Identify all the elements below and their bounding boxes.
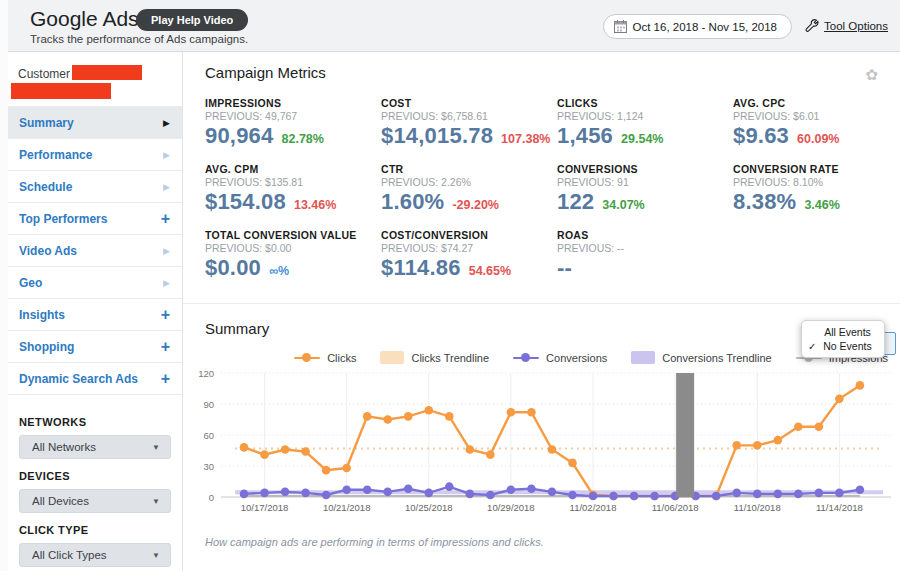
sidebar-item-label: Schedule bbox=[19, 180, 163, 194]
sidebar-item-schedule[interactable]: Schedule▶ bbox=[8, 171, 182, 203]
legend-line-swatch bbox=[513, 353, 539, 362]
metric-previous: PREVIOUS: $6,758.61 bbox=[381, 110, 557, 122]
app-header: Google Ads Tracks the performance of Ads… bbox=[8, 0, 900, 52]
legend-label: Conversions bbox=[546, 352, 607, 364]
networks-label: NETWORKS bbox=[19, 416, 182, 428]
networks-select[interactable]: All Networks ▼ bbox=[19, 435, 171, 459]
sidebar-item-label: Dynamic Search Ads bbox=[19, 372, 161, 386]
conversions-point bbox=[527, 484, 536, 493]
x-axis-tick-label: 10/29/2018 bbox=[487, 502, 535, 513]
legend-line-swatch bbox=[294, 353, 320, 362]
chevron-down-icon: ▼ bbox=[152, 443, 160, 452]
calendar-icon bbox=[614, 20, 627, 33]
sidebar-item-summary[interactable]: Summary▶ bbox=[8, 107, 182, 139]
conversions-point bbox=[773, 490, 782, 499]
conversions-point bbox=[301, 489, 310, 498]
metric-value: 8.38% bbox=[733, 189, 796, 215]
y-axis-tick-label: 60 bbox=[203, 430, 214, 441]
events-menu-item-no-events[interactable]: ✓No Events bbox=[802, 339, 884, 353]
summary-chart: 10/17/201810/21/201810/25/201810/29/2018… bbox=[183, 366, 900, 522]
metric-value: 1,456 bbox=[557, 123, 613, 149]
conversions-point bbox=[815, 489, 824, 498]
sidebar-item-dynamic-search-ads[interactable]: Dynamic Search Ads+ bbox=[8, 363, 182, 395]
events-menu-item-label: All Events bbox=[821, 326, 874, 338]
events-menu-item-all-events[interactable]: All Events bbox=[802, 325, 884, 339]
metric-value: 90,964 bbox=[205, 123, 274, 149]
gear-icon[interactable]: ✿︎ bbox=[865, 66, 878, 84]
sidebar-item-performance[interactable]: Performance▶ bbox=[8, 139, 182, 171]
conversions-point bbox=[794, 490, 803, 499]
metric-previous: PREVIOUS: -- bbox=[557, 242, 733, 254]
metric-delta: 60.09% bbox=[797, 132, 839, 146]
metric-card-impressions: IMPRESSIONSPREVIOUS: 49,76790,96482.78% bbox=[205, 97, 381, 163]
clicks-point bbox=[404, 412, 413, 421]
events-menu: All Events✓No Events bbox=[801, 320, 885, 358]
metric-card-ctr: CTRPREVIOUS: 2.26%1.60%-29.20% bbox=[381, 163, 557, 229]
event-bar bbox=[676, 373, 694, 497]
conversions-point bbox=[281, 488, 290, 497]
clicks-point bbox=[732, 441, 741, 450]
sidebar-item-shopping[interactable]: Shopping+ bbox=[8, 331, 182, 363]
legend-item-conversions-trendline[interactable]: Conversions Trendline bbox=[631, 351, 771, 364]
plus-icon: + bbox=[161, 342, 170, 352]
x-axis-tick-label: 10/17/2018 bbox=[241, 502, 289, 513]
sidebar-item-label: Shopping bbox=[19, 340, 161, 354]
clicks-point bbox=[507, 408, 516, 417]
metric-card-conversions: CONVERSIONSPREVIOUS: 9112234.07% bbox=[557, 163, 733, 229]
clicks-point bbox=[548, 445, 557, 454]
y-axis-tick-label: 30 bbox=[203, 461, 214, 472]
play-help-video-button[interactable]: Play Help Video bbox=[136, 9, 248, 31]
conversions-point bbox=[363, 485, 372, 494]
check-icon: ✓ bbox=[808, 341, 821, 352]
sidebar-item-insights[interactable]: Insights+ bbox=[8, 299, 182, 331]
metric-value: $0.00 bbox=[205, 255, 261, 281]
legend-label: Conversions Trendline bbox=[662, 352, 771, 364]
metric-label: CTR bbox=[381, 163, 557, 175]
conversions-point bbox=[240, 490, 249, 499]
metric-value: $9.63 bbox=[733, 123, 789, 149]
metric-delta: 3.46% bbox=[804, 198, 839, 212]
legend-item-clicks-trendline[interactable]: Clicks Trendline bbox=[380, 351, 489, 364]
networks-value: All Networks bbox=[32, 441, 152, 453]
sidebar-filters: NETWORKS All Networks ▼ DEVICES All Devi… bbox=[8, 395, 182, 567]
click-type-select[interactable]: All Click Types ▼ bbox=[19, 543, 171, 567]
date-range-picker[interactable]: Oct 16, 2018 - Nov 15, 2018 bbox=[603, 14, 792, 39]
y-axis-tick-label: 120 bbox=[198, 368, 214, 379]
summary-line-chart: 10/17/201810/21/201810/25/201810/29/2018… bbox=[183, 366, 898, 518]
metric-label: CONVERSIONS bbox=[557, 163, 733, 175]
legend-label: Clicks bbox=[327, 352, 356, 364]
tool-options-link[interactable]: Tool Options bbox=[805, 19, 888, 33]
metric-card-avg-cpm: AVG. CPMPREVIOUS: $135.81$154.0813.46% bbox=[205, 163, 381, 229]
conversions-point bbox=[486, 491, 495, 500]
metric-previous: PREVIOUS: 91 bbox=[557, 176, 733, 188]
main-panel: Campaign Metrics ✿︎ IMPRESSIONSPREVIOUS:… bbox=[183, 52, 900, 571]
clicks-point bbox=[240, 443, 249, 452]
sidebar-item-video-ads[interactable]: Video Ads▶ bbox=[8, 235, 182, 267]
metric-value: $154.08 bbox=[205, 189, 286, 215]
legend-item-conversions[interactable]: Conversions bbox=[513, 352, 607, 364]
conversions-point bbox=[712, 492, 721, 501]
y-axis-tick-label: 90 bbox=[203, 399, 214, 410]
plus-icon: + bbox=[161, 374, 170, 384]
chevron-right-icon: ▶ bbox=[163, 278, 170, 288]
metric-card-avg-cpc: AVG. CPCPREVIOUS: $6.01$9.6360.09% bbox=[733, 97, 900, 163]
metric-delta: -29.20% bbox=[452, 198, 499, 212]
sidebar-item-label: Performance bbox=[19, 148, 163, 162]
legend-rect-swatch bbox=[631, 351, 655, 364]
campaign-metrics-title: Campaign Metrics bbox=[205, 64, 900, 81]
click-type-value: All Click Types bbox=[32, 549, 152, 561]
metric-card-conversion-rate: CONVERSION RATEPREVIOUS: 8.10%8.38%3.46% bbox=[733, 163, 900, 229]
devices-select[interactable]: All Devices ▼ bbox=[19, 489, 171, 513]
x-axis-tick-label: 11/10/2018 bbox=[734, 502, 781, 513]
metric-card-roas: ROASPREVIOUS: ---- bbox=[557, 229, 733, 295]
sidebar-item-geo[interactable]: Geo▶ bbox=[8, 267, 182, 299]
metric-card-cost: COSTPREVIOUS: $6,758.61$14,015.78107.38% bbox=[381, 97, 557, 163]
conversions-point bbox=[589, 492, 598, 501]
conversions-point bbox=[342, 485, 351, 494]
conversions-point bbox=[630, 492, 639, 501]
metric-label: CLICKS bbox=[557, 97, 733, 109]
legend-item-clicks[interactable]: Clicks bbox=[294, 352, 356, 364]
conversions-point bbox=[568, 491, 577, 500]
sidebar-item-top-performers[interactable]: Top Performers+ bbox=[8, 203, 182, 235]
metric-value: 1.60% bbox=[381, 189, 444, 215]
